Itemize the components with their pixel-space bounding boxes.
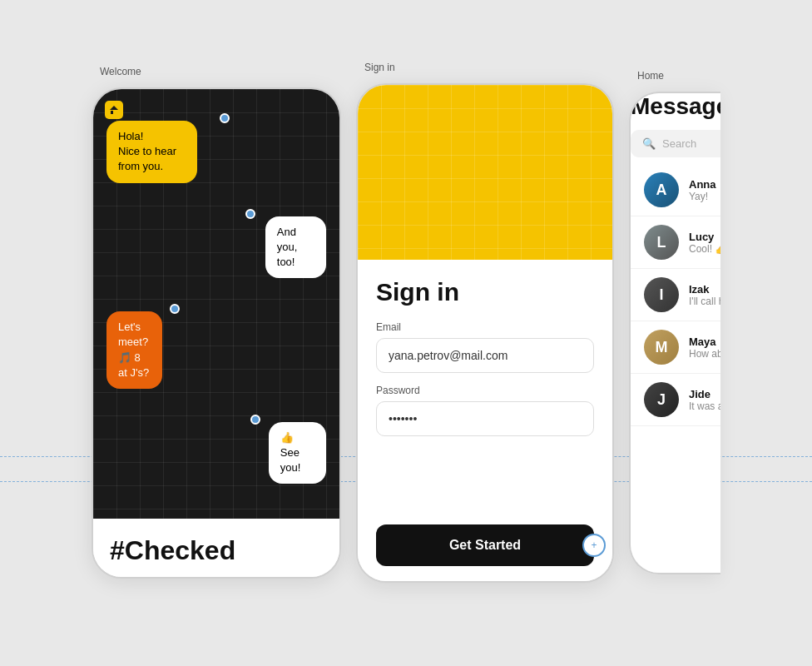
yellow-header <box>358 85 612 260</box>
message-content-anna: Anna Yay! <box>689 178 720 202</box>
search-placeholder: Search <box>662 137 696 150</box>
message-preview-maya: How abc... <box>689 348 720 360</box>
phone1-bottom: #Checked Talk, text, and share as much a… <box>93 519 339 579</box>
message-preview-lucy: Cool! 👍 <box>689 243 720 255</box>
phone2-inner: Sign in Email Password Get Started + <box>358 85 612 581</box>
bubble3-container: Let's meet? 🎵 8 at J's? <box>106 311 186 397</box>
phone3-clip: Message 🔍 Search A Anna Yay! <box>629 92 720 574</box>
chat-area: Hola! Nice to hear from you. And you, to… <box>93 89 339 519</box>
message-item-maya[interactable]: M Maya How abc... <box>631 321 720 374</box>
password-label: Password <box>376 385 594 396</box>
app-title: #Checked <box>110 535 323 566</box>
phone1-wrapper: Welcome Hola <box>92 87 341 579</box>
avatar-izak: I <box>644 277 679 312</box>
contact-name-lucy: Lucy <box>689 231 720 243</box>
message-item-lucy[interactable]: L Lucy Cool! 👍 <box>631 216 720 269</box>
avatar-maya: M <box>644 330 679 365</box>
phone3-label: Home <box>637 70 664 82</box>
bubble4-container: 👍 See you! <box>244 422 326 493</box>
password-input[interactable] <box>376 401 594 436</box>
phone3-wrapper: Home Message 🔍 Search A Anna <box>629 92 720 574</box>
message-item-anna[interactable]: A Anna Yay! <box>631 164 720 216</box>
contact-name-izak: Izak <box>689 283 720 296</box>
app-description: Talk, text, and share as much as you wan… <box>110 574 323 579</box>
email-label: Email <box>376 321 594 333</box>
message-content-lucy: Lucy Cool! 👍 <box>689 231 720 255</box>
phone2-label: Sign in <box>364 62 395 73</box>
search-icon: 🔍 <box>642 137 656 150</box>
contact-name-jide: Jide <box>689 388 720 400</box>
bubble1-container: Hola! Nice to hear from you. <box>106 121 236 191</box>
avatar-lucy: L <box>644 225 679 260</box>
message-item-izak[interactable]: I Izak I'll call h... <box>631 269 720 321</box>
sign-in-body: Sign in Email Password Get Started + <box>358 260 612 581</box>
canvas: Welcome Hola <box>0 0 812 666</box>
avatar-jide: J <box>644 382 679 417</box>
chat-row-1: Hola! Nice to hear from you. <box>106 106 326 191</box>
phone1: Hola! Nice to hear from you. And you, to… <box>92 87 341 579</box>
phone1-label: Welcome <box>100 66 141 77</box>
compose-area: 💬 <box>631 426 720 476</box>
messages-header: Message 🔍 Search <box>631 93 720 157</box>
svg-rect-1 <box>111 111 113 114</box>
avatar-anna: A <box>644 172 679 207</box>
message-content-jide: Jide It was aw... <box>689 388 720 412</box>
bubble2-container: And you, too! <box>239 216 326 287</box>
message-content-maya: Maya How abc... <box>689 335 720 360</box>
message-preview-izak: I'll call h... <box>689 296 720 307</box>
chat-row-4: 👍 See you! <box>106 407 326 493</box>
messages-title: Message <box>631 93 720 120</box>
bubble-andyou: And you, too! <box>265 216 326 279</box>
message-content-izak: Izak I'll call h... <box>689 283 720 307</box>
chat-row-2: And you, too! <box>106 201 326 287</box>
bubble-hola: Hola! Nice to hear from you. <box>106 121 197 183</box>
contact-name-anna: Anna <box>689 178 720 191</box>
chat-row-3: Let's meet? 🎵 8 at J's? <box>106 296 326 397</box>
search-bar[interactable]: 🔍 Search <box>631 130 720 157</box>
get-started-button-2[interactable]: Get Started <box>376 524 594 566</box>
home-icon <box>105 101 123 119</box>
message-list: A Anna Yay! L Lucy Cool! 👍 <box>631 164 720 426</box>
message-preview-anna: Yay! <box>689 191 720 202</box>
phone1-inner: Hola! Nice to hear from you. And you, to… <box>93 89 339 577</box>
bubble-seeyou: 👍 See you! <box>269 422 326 485</box>
phone2-wrapper: Sign in Sign in Email Password Get Start… <box>356 83 614 583</box>
email-input[interactable] <box>376 338 594 373</box>
sign-in-title: Sign in <box>376 278 594 306</box>
phone3-inner-content: Message 🔍 Search A Anna Yay! <box>631 93 720 573</box>
contact-name-maya: Maya <box>689 335 720 348</box>
message-item-jide[interactable]: J Jide It was aw... <box>631 374 720 426</box>
message-preview-jide: It was aw... <box>689 400 720 412</box>
cta-container: Get Started + <box>376 524 594 566</box>
bubble-letsmeet: Let's meet? 🎵 8 at J's? <box>106 311 162 389</box>
next-circle-icon[interactable]: + <box>582 534 606 557</box>
phone2: Sign in Email Password Get Started + <box>356 83 614 583</box>
